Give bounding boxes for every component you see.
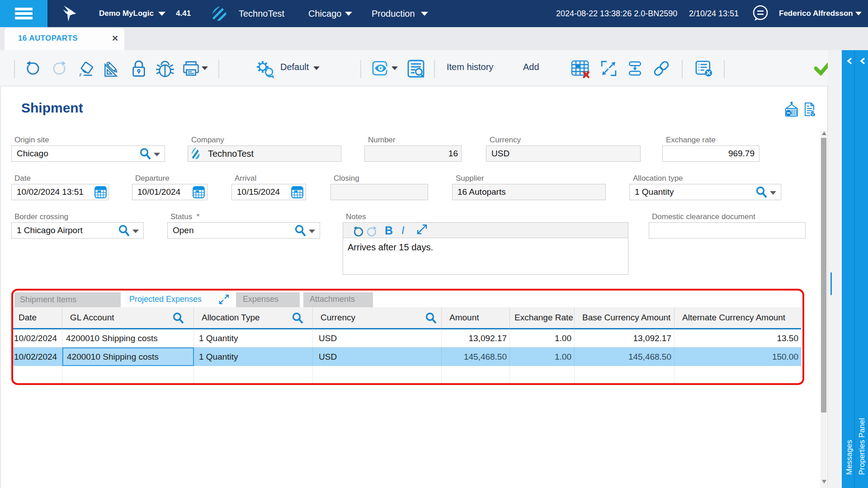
svg-text:I: I: [401, 225, 405, 236]
svg-text:B: B: [385, 224, 393, 237]
